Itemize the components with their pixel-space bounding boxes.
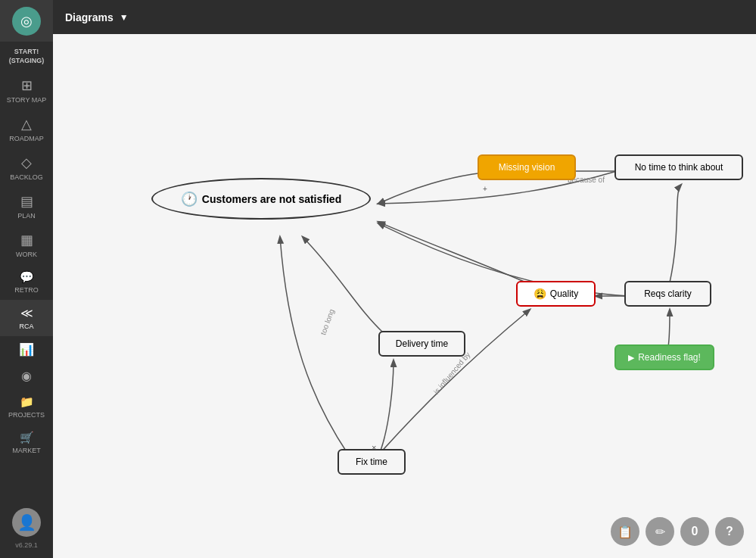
sidebar-item-market[interactable]: 🛒 MARKET	[0, 425, 53, 460]
node-missing-vision[interactable]: Missing vision	[478, 154, 576, 180]
node-customers[interactable]: 🕐 Customers are not satisfied	[151, 178, 371, 220]
svg-text:+: +	[483, 185, 487, 193]
roadmap-icon: △	[21, 116, 32, 132]
app-logo: ◎	[12, 7, 41, 36]
sidebar-label-work: WORK	[16, 251, 37, 258]
version-label: v6.29.1	[15, 541, 38, 552]
topbar: Diagrams ▼	[53, 0, 756, 34]
svg-text:too long: too long	[319, 308, 336, 336]
node-quality[interactable]: 😩 Quality	[516, 281, 596, 307]
sidebar-label-retro: RETRO	[14, 286, 39, 294]
copy-icon: 📋	[618, 525, 633, 539]
plan-icon: ▤	[20, 193, 33, 210]
sidebar-item-story-map[interactable]: ⊞ STORY MAP	[0, 71, 53, 110]
sidebar-label-rca: RCA	[19, 323, 33, 330]
sidebar-item-circle[interactable]: ◉	[0, 363, 53, 389]
help-button[interactable]: ?	[715, 517, 744, 546]
sidebar-item-roadmap[interactable]: △ ROADMAP	[0, 110, 53, 148]
sidebar-label-projects: PROJECTS	[8, 411, 45, 419]
sidebar-label-backlog: BACKLOG	[10, 173, 43, 181]
retro-icon: 💬	[20, 270, 34, 284]
sidebar-bottom: 👤 v6.29.1	[0, 503, 53, 558]
sidebar-item-backlog[interactable]: ◇ BACKLOG	[0, 148, 53, 187]
sidebar-logo[interactable]: ◎	[0, 0, 53, 42]
node-reqs-clarity-label: Reqs clarity	[644, 288, 692, 299]
help-icon: ?	[726, 525, 733, 538]
zero-icon: 0	[692, 525, 698, 538]
main-content: Diagrams ▼ + + because of	[53, 0, 756, 558]
node-delivery-time-label: Delivery time	[396, 338, 448, 349]
sidebar-item-analytics[interactable]: 📊	[0, 336, 53, 363]
sidebar-item-projects[interactable]: 📁 PROJECTS	[0, 389, 53, 425]
zero-button[interactable]: 0	[680, 517, 709, 546]
brand-label: START! (STAGING)	[0, 42, 53, 71]
node-no-time-label: No time to think about	[635, 162, 723, 173]
topbar-title: Diagrams	[65, 11, 114, 23]
rca-icon: ≪	[20, 306, 33, 320]
node-quality-label: Quality	[550, 288, 578, 299]
backlog-icon: ◇	[21, 154, 32, 171]
sidebar: ◎ START! (STAGING) ⊞ STORY MAP △ ROADMAP…	[0, 0, 53, 558]
edit-icon: ✏	[655, 525, 665, 539]
sidebar-label-story-map: STORY MAP	[7, 96, 47, 104]
sidebar-item-rca[interactable]: ≪ RCA	[0, 300, 53, 336]
node-customers-label: Customers are not satisfied	[202, 193, 341, 205]
node-delivery-time[interactable]: Delivery time	[378, 331, 465, 357]
copy-button[interactable]: 📋	[611, 517, 639, 546]
analytics-icon: 📊	[19, 342, 34, 357]
sidebar-label-roadmap: ROADMAP	[9, 135, 44, 142]
sidebar-item-plan[interactable]: ▤ PLAN	[0, 187, 53, 226]
sidebar-label-plan: PLAN	[17, 212, 36, 220]
circle-icon: ◉	[21, 369, 32, 383]
node-readiness-flag[interactable]: ▶ Readiness flag!	[614, 344, 714, 370]
sidebar-label-market: MARKET	[12, 447, 41, 454]
diagram-canvas[interactable]: + + because of too long	[53, 34, 756, 558]
node-no-time[interactable]: No time to think about	[614, 154, 743, 180]
node-readiness-flag-label: Readiness flag!	[638, 352, 701, 363]
user-avatar[interactable]: 👤	[12, 508, 41, 537]
node-fix-time-label: Fix time	[356, 457, 387, 467]
node-fix-time[interactable]: Fix time ×	[338, 449, 406, 475]
node-reqs-clarity[interactable]: Reqs clarity	[624, 281, 711, 307]
story-map-icon: ⊞	[21, 77, 33, 94]
sidebar-item-work[interactable]: ▦ WORK	[0, 226, 53, 264]
market-icon: 🛒	[20, 431, 34, 444]
edit-button[interactable]: ✏	[646, 517, 674, 546]
topbar-dropdown[interactable]: ▼	[120, 12, 129, 23]
svg-text:is influenced by: is influenced by	[432, 351, 472, 396]
sidebar-item-retro[interactable]: 💬 RETRO	[0, 264, 53, 300]
node-missing-vision-label: Missing vision	[499, 162, 555, 173]
bottom-toolbar: 📋 ✏ 0 ?	[611, 517, 744, 546]
projects-icon: 📁	[20, 395, 34, 409]
work-icon: ▦	[20, 232, 33, 248]
